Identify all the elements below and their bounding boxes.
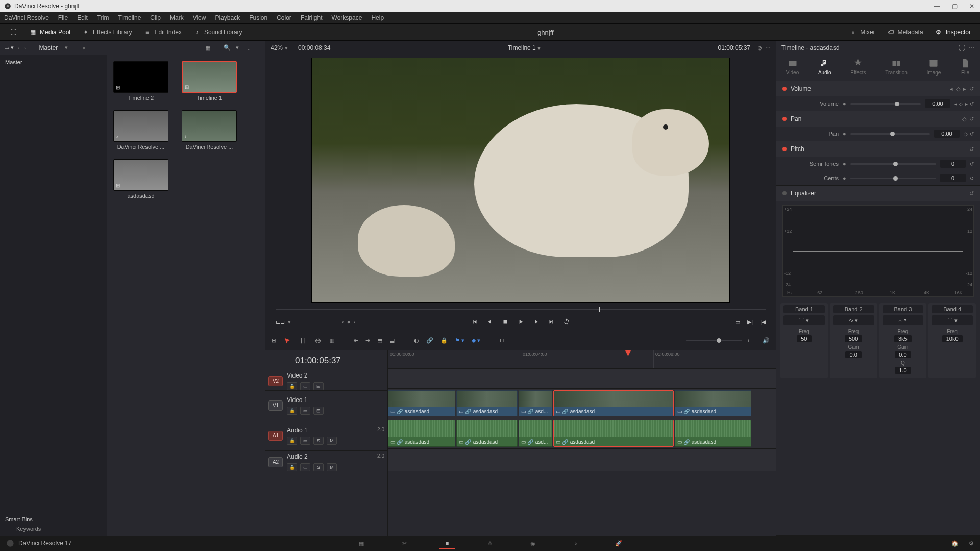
deliver-page-icon[interactable]: 🚀 bbox=[612, 537, 625, 549]
track-header-v2[interactable]: V2 Video 2 🔒▭⊟ bbox=[265, 371, 387, 390]
playhead[interactable] bbox=[628, 350, 628, 536]
disable-track[interactable]: ⊟ bbox=[313, 382, 324, 390]
clip-thumbnail[interactable]: ⊞ Timeline 2 bbox=[113, 61, 168, 101]
home-icon[interactable]: 🏠 bbox=[951, 540, 959, 547]
trim-tool[interactable] bbox=[299, 337, 307, 345]
selection-tool[interactable] bbox=[283, 337, 291, 345]
menu-item[interactable]: Workspace bbox=[332, 14, 362, 21]
band-toggle[interactable]: Band 1 bbox=[783, 305, 825, 313]
kf-prev[interactable]: ◂ bbox=[950, 86, 953, 92]
settings-icon[interactable]: ⚙ bbox=[969, 540, 974, 547]
timeline-name[interactable]: Timeline 1 bbox=[508, 44, 536, 52]
menu-item[interactable]: Clip bbox=[150, 14, 161, 21]
band-freq[interactable]: 500 bbox=[845, 335, 862, 342]
disable-track[interactable]: ⊟ bbox=[313, 407, 324, 415]
tab-image[interactable]: Image bbox=[927, 58, 941, 76]
band-freq[interactable]: 50 bbox=[797, 335, 811, 342]
reset-icon[interactable]: ↺ bbox=[969, 86, 974, 92]
auto-select[interactable]: ▭ bbox=[300, 463, 310, 471]
audio-clip[interactable]: ▭ 🔗 asdasdasd bbox=[456, 420, 518, 447]
video-clip[interactable]: ▭ 🔗 asdasdasd bbox=[553, 390, 674, 416]
kf-prev[interactable]: ◂ bbox=[954, 101, 957, 107]
match-frame-icon[interactable]: ▭ bbox=[735, 319, 740, 325]
band-gain[interactable]: 0.0 bbox=[895, 351, 911, 358]
video-clip[interactable]: ▭ 🔗 asdasdasd bbox=[456, 390, 518, 416]
smart-bin-keywords[interactable]: Keywords bbox=[5, 522, 102, 532]
tab-audio[interactable]: Audio bbox=[818, 58, 831, 76]
zoom-out-icon[interactable]: − bbox=[677, 338, 680, 344]
link-icon[interactable]: 🔗 bbox=[426, 337, 433, 344]
tab-video[interactable]: Video bbox=[786, 58, 799, 76]
menu-item[interactable]: File bbox=[58, 14, 68, 21]
metadata-button[interactable]: 🏷Metadata bbox=[883, 26, 927, 38]
filter-icon[interactable]: ≡↓ bbox=[244, 45, 250, 51]
cents-slider[interactable] bbox=[850, 178, 936, 179]
edit-index-button[interactable]: ≡Edit Index bbox=[139, 26, 186, 38]
inspector-options-icon[interactable]: ⋯ bbox=[969, 44, 975, 52]
lock-icon[interactable]: 🔒 bbox=[440, 337, 448, 344]
volume-value[interactable]: 0.00 bbox=[925, 99, 950, 108]
blade-tool[interactable]: ▥ bbox=[329, 337, 334, 344]
menu-item[interactable]: Help bbox=[371, 14, 384, 21]
effects-library-button[interactable]: ✦Effects Library bbox=[78, 26, 136, 38]
menu-item[interactable]: Fairlight bbox=[301, 14, 323, 21]
band-toggle[interactable]: Band 4 bbox=[932, 305, 973, 313]
video-clip[interactable]: ▭ 🔗 asdasdasd bbox=[388, 390, 455, 416]
viewer-zoom[interactable]: 42% bbox=[271, 44, 283, 52]
dynamic-trim-tool[interactable] bbox=[314, 337, 322, 345]
inspector-button[interactable]: ⚙Inspector bbox=[930, 26, 975, 38]
clip-thumbnail[interactable]: ⊞ Timeline 1 bbox=[182, 61, 237, 101]
menu-item[interactable]: Color bbox=[277, 14, 291, 21]
semitones-value[interactable]: 0 bbox=[940, 160, 966, 168]
mute-icon[interactable]: 🔊 bbox=[763, 337, 770, 344]
band-q[interactable]: 1.0 bbox=[895, 367, 911, 374]
next-edit-small[interactable]: › bbox=[353, 319, 355, 325]
audio-clip[interactable]: ▭ 🔗 asdasdasd bbox=[553, 420, 674, 447]
auto-select[interactable]: ▭ bbox=[300, 437, 310, 445]
retime-icon[interactable]: ◐ bbox=[414, 337, 419, 344]
clip-thumbnail[interactable]: ♪ DaVinci Resolve ... bbox=[113, 110, 168, 150]
kf-toggle[interactable]: ◇ bbox=[959, 101, 963, 107]
cut-page-icon[interactable]: ✂ bbox=[398, 537, 410, 549]
zoom-slider[interactable] bbox=[686, 340, 742, 341]
menu-item[interactable]: Fusion bbox=[249, 14, 267, 21]
track-header-a2[interactable]: A2 Audio 22.0 🔒▭SM bbox=[265, 450, 387, 473]
timeline-view-icon[interactable]: ⊞ bbox=[272, 337, 276, 344]
clip-thumbnail[interactable]: ♪ DaVinci Resolve ... bbox=[182, 110, 237, 150]
solo-track[interactable]: S bbox=[313, 463, 324, 471]
grid-view-icon[interactable]: ▦ bbox=[205, 44, 210, 51]
close-button[interactable]: ✕ bbox=[968, 3, 976, 10]
menu-item[interactable]: Timeline bbox=[118, 14, 141, 21]
fairlight-page-icon[interactable]: ♪ bbox=[570, 537, 582, 549]
prev-edit-small[interactable]: ‹ bbox=[342, 319, 344, 325]
flag-icon[interactable]: ⚑ ▾ bbox=[455, 337, 464, 344]
band-freq[interactable]: 3k5 bbox=[894, 335, 912, 342]
edit-page-icon[interactable]: ≡ bbox=[441, 537, 453, 549]
marker-icon[interactable]: ◆ ▾ bbox=[472, 337, 480, 344]
sort-icon[interactable]: ▾ bbox=[236, 44, 239, 51]
prev-frame-button[interactable] bbox=[486, 318, 494, 325]
insert-icon[interactable]: ⇤ bbox=[354, 337, 358, 344]
last-frame-button[interactable] bbox=[548, 318, 555, 325]
record-viewer[interactable] bbox=[265, 55, 776, 305]
reset-icon[interactable]: ↺ bbox=[969, 146, 974, 153]
auto-select[interactable]: ▭ bbox=[300, 382, 310, 390]
track-v1[interactable]: ▭ 🔗 asdasdasd ▭ 🔗 asdasdasd ▭ 🔗 asd... ▭… bbox=[388, 388, 776, 418]
band-gain[interactable]: 0.0 bbox=[845, 351, 861, 358]
semitones-slider[interactable] bbox=[850, 163, 936, 165]
band-freq[interactable]: 10k0 bbox=[942, 335, 963, 342]
kf-next[interactable]: ▸ bbox=[965, 101, 968, 107]
first-frame-button[interactable] bbox=[471, 318, 478, 325]
loop-button[interactable] bbox=[563, 318, 570, 325]
kf-toggle[interactable]: ◇ bbox=[956, 86, 960, 92]
lock-track[interactable]: 🔒 bbox=[287, 407, 297, 415]
nav-back[interactable]: ‹ bbox=[18, 45, 20, 51]
eq-graph[interactable]: +24 +12 -12 -24 +24 +12 -12 -24 Hz 62 25… bbox=[782, 205, 974, 297]
menu-item[interactable]: Mark bbox=[170, 14, 184, 21]
search-icon[interactable]: 🔍 bbox=[224, 44, 231, 51]
kf-next[interactable]: ▸ bbox=[963, 86, 966, 92]
kf-toggle[interactable]: ◇ bbox=[964, 131, 968, 137]
track-header-v1[interactable]: V1 Video 1 🔒▭⊟ bbox=[265, 390, 387, 420]
timeline-tracks[interactable]: 01:00:00:00 01:00:04:00 01:00:08:00 ▭ 🔗 … bbox=[388, 350, 776, 536]
reset-icon[interactable]: ↺ bbox=[970, 161, 974, 167]
